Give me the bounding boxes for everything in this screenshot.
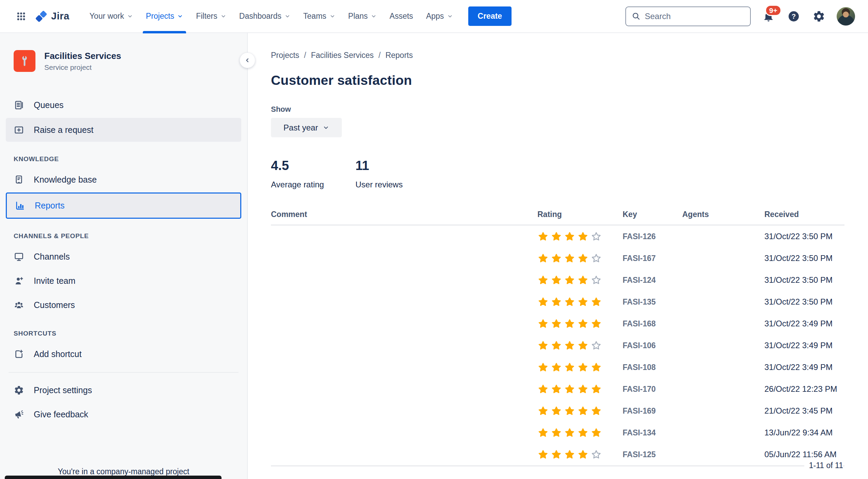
star-empty-icon bbox=[591, 340, 602, 351]
star-filled-icon bbox=[537, 231, 549, 242]
search-input[interactable] bbox=[645, 12, 750, 21]
app-switcher-icon[interactable] bbox=[14, 9, 29, 24]
issue-key-link[interactable]: FASI-169 bbox=[623, 406, 682, 416]
rating-stars bbox=[537, 231, 623, 242]
sidebar-item-reports[interactable]: Reports bbox=[6, 192, 241, 219]
nav-item-projects[interactable]: Projects bbox=[139, 0, 189, 33]
star-filled-icon bbox=[564, 275, 575, 286]
nav-item-label: Apps bbox=[426, 12, 444, 21]
star-filled-icon bbox=[577, 296, 589, 308]
rating-stars bbox=[537, 296, 623, 308]
star-filled-icon bbox=[577, 318, 589, 329]
create-button[interactable]: Create bbox=[468, 6, 512, 26]
nav-item-plans[interactable]: Plans bbox=[342, 0, 383, 33]
sidebar-item-knowledge-base[interactable]: Knowledge base bbox=[6, 168, 241, 191]
table-row[interactable]: FASI-169 21/Oct/22 3:45 PM bbox=[271, 400, 844, 422]
sidebar-divider bbox=[9, 372, 239, 373]
issue-key-link[interactable]: FASI-134 bbox=[623, 428, 682, 437]
issue-key-link[interactable]: FASI-135 bbox=[623, 297, 682, 307]
table-row[interactable]: FASI-108 31/Oct/22 3:49 PM bbox=[271, 356, 844, 378]
top-navigation-bar: Jira Your work Projects Filters Dashboar… bbox=[0, 0, 868, 33]
add-shortcut-icon bbox=[14, 349, 24, 359]
table-row[interactable]: FASI-168 31/Oct/22 3:49 PM bbox=[271, 313, 844, 335]
nav-item-filters[interactable]: Filters bbox=[189, 0, 233, 33]
star-filled-icon bbox=[577, 275, 589, 286]
column-header-agents: Agents bbox=[682, 210, 764, 219]
sidebar-item-label: Project settings bbox=[34, 385, 92, 395]
period-dropdown[interactable]: Past year bbox=[271, 118, 342, 137]
sidebar-item-give-feedback[interactable]: Give feedback bbox=[6, 403, 241, 426]
breadcrumb-reports[interactable]: Reports bbox=[385, 51, 413, 60]
sidebar-item-add-shortcut[interactable]: Add shortcut bbox=[6, 343, 241, 365]
sidebar-section-heading: CHANNELS & PEOPLE bbox=[14, 232, 241, 240]
issue-key-link[interactable]: FASI-167 bbox=[623, 254, 682, 263]
nav-item-label: Teams bbox=[303, 12, 326, 21]
rating-stars bbox=[537, 253, 623, 264]
star-filled-icon bbox=[577, 384, 589, 395]
breadcrumb-project[interactable]: Facilities Services bbox=[311, 51, 374, 60]
nav-item-assets[interactable]: Assets bbox=[383, 0, 420, 33]
settings-gear-icon[interactable] bbox=[811, 9, 826, 24]
satisfaction-stats: 4.5 Average rating 11 User reviews bbox=[271, 158, 868, 189]
star-filled-icon bbox=[564, 405, 575, 417]
issue-key-link[interactable]: FASI-126 bbox=[623, 232, 682, 241]
nav-item-apps[interactable]: Apps bbox=[420, 0, 459, 33]
star-filled-icon bbox=[564, 253, 575, 264]
user-reviews-label: User reviews bbox=[355, 180, 440, 189]
column-header-rating: Rating bbox=[537, 210, 623, 219]
user-avatar[interactable] bbox=[837, 7, 855, 26]
sidebar-item-invite-team[interactable]: Invite team bbox=[6, 269, 241, 292]
jira-logo-icon bbox=[35, 10, 48, 23]
issue-key-link[interactable]: FASI-168 bbox=[623, 319, 682, 328]
breadcrumb-projects[interactable]: Projects bbox=[271, 51, 299, 60]
nav-item-dashboards[interactable]: Dashboards bbox=[233, 0, 297, 33]
star-empty-icon bbox=[591, 275, 602, 286]
sidebar-item-project-settings[interactable]: Project settings bbox=[6, 379, 241, 401]
notifications-count-badge: 9+ bbox=[765, 5, 781, 16]
table-row[interactable]: FASI-106 31/Oct/22 3:49 PM bbox=[271, 335, 844, 356]
report-main-area: Projects / Facilities Services / Reports… bbox=[248, 33, 868, 479]
table-row[interactable]: FASI-124 31/Oct/22 3:50 PM bbox=[271, 269, 844, 291]
received-date: 13/Jun/22 9:34 AM bbox=[764, 428, 844, 437]
help-icon[interactable]: ? bbox=[786, 9, 801, 24]
star-filled-icon bbox=[577, 405, 589, 417]
search-icon bbox=[631, 12, 641, 21]
sidebar-item-raise-a-request[interactable]: Raise a request bbox=[6, 118, 241, 142]
reviews-table: Comment Rating Key Agents Received FASI-… bbox=[271, 210, 844, 476]
nav-item-label: Your work bbox=[90, 12, 124, 21]
project-header[interactable]: Facilities Services Service project bbox=[14, 50, 247, 72]
issue-key-link[interactable]: FASI-125 bbox=[623, 450, 682, 459]
star-filled-icon bbox=[577, 231, 589, 242]
sidebar-item-channels[interactable]: Channels bbox=[6, 245, 241, 268]
table-header-row: Comment Rating Key Agents Received bbox=[271, 210, 844, 226]
issue-key-link[interactable]: FASI-170 bbox=[623, 385, 682, 394]
nav-item-your-work[interactable]: Your work bbox=[83, 0, 139, 33]
rating-stars bbox=[537, 318, 623, 329]
star-filled-icon bbox=[577, 340, 589, 351]
received-date: 31/Oct/22 3:50 PM bbox=[764, 232, 844, 241]
jira-logo[interactable]: Jira bbox=[35, 10, 70, 23]
search-box[interactable] bbox=[625, 6, 751, 26]
project-name: Facilities Services bbox=[44, 51, 121, 61]
star-filled-icon bbox=[537, 340, 549, 351]
chevron-down-icon bbox=[447, 13, 453, 19]
issue-key-link[interactable]: FASI-108 bbox=[623, 363, 682, 372]
table-row[interactable]: FASI-125 05/Jun/22 11:56 AM bbox=[271, 444, 844, 465]
star-filled-icon bbox=[551, 384, 562, 395]
issue-key-link[interactable]: FASI-106 bbox=[623, 341, 682, 350]
table-row[interactable]: FASI-126 31/Oct/22 3:50 PM bbox=[271, 226, 844, 247]
table-row[interactable]: FASI-134 13/Jun/22 9:34 AM bbox=[271, 422, 844, 444]
table-row[interactable]: FASI-170 26/Oct/22 12:23 PM bbox=[271, 378, 844, 400]
notifications-bell-icon[interactable]: 9+ bbox=[761, 9, 776, 24]
sidebar-item-customers[interactable]: Customers bbox=[6, 294, 241, 316]
sidebar-collapse-button[interactable] bbox=[240, 52, 255, 68]
issue-key-link[interactable]: FASI-124 bbox=[623, 276, 682, 285]
table-row[interactable]: FASI-135 31/Oct/22 3:50 PM bbox=[271, 291, 844, 313]
sidebar-item-queues[interactable]: Queues bbox=[6, 94, 241, 116]
star-filled-icon bbox=[591, 296, 602, 308]
show-filter-label: Show bbox=[271, 105, 868, 114]
received-date: 31/Oct/22 3:49 PM bbox=[764, 341, 844, 350]
table-row[interactable]: FASI-167 31/Oct/22 3:50 PM bbox=[271, 247, 844, 269]
nav-item-teams[interactable]: Teams bbox=[297, 0, 342, 33]
star-filled-icon bbox=[551, 296, 562, 308]
